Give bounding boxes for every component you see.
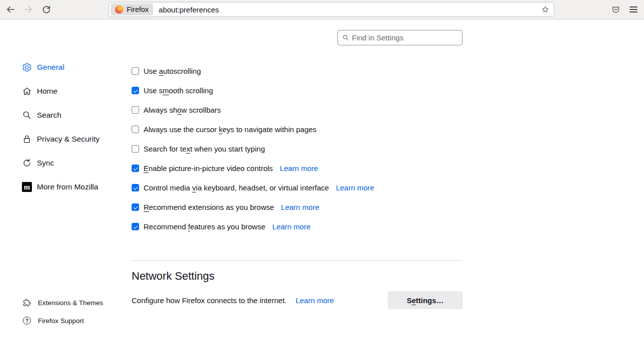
bookmark-button[interactable]	[538, 2, 552, 16]
back-button[interactable]	[3, 2, 17, 16]
lock-icon	[22, 134, 32, 144]
checkbox-label[interactable]: Recommend features as you browse	[144, 222, 265, 231]
learn-more-link[interactable]: Learn more	[336, 183, 374, 192]
identity-pill[interactable]: Firefox	[111, 3, 153, 15]
label-accesskey: m	[162, 86, 169, 95]
pocket-icon	[611, 5, 621, 14]
checkbox[interactable]	[132, 126, 139, 133]
label-accesskey: R	[144, 203, 149, 211]
section-divider	[132, 260, 463, 261]
learn-more-link[interactable]: Learn more	[296, 296, 334, 305]
sidebar-item-label: General	[37, 63, 64, 72]
label-post: ia keyboard, headset, or virtual interfa…	[196, 183, 329, 192]
sidebar-item-privacy-security[interactable]: Privacy & Security	[18, 127, 100, 151]
checkbox[interactable]	[132, 223, 139, 230]
label-accesskey: o	[177, 106, 181, 114]
label-accesskey: a	[159, 67, 163, 75]
label-post: w scrollbars	[181, 106, 221, 114]
sidebar-item-label: Search	[37, 111, 61, 120]
label-post: ooth scrolling	[169, 86, 213, 95]
sidebar-item-general[interactable]: General	[18, 55, 100, 79]
learn-more-link[interactable]: Learn more	[281, 203, 320, 211]
label-post: eatures as you browse	[190, 222, 265, 231]
checkbox[interactable]	[132, 67, 139, 75]
settings-sidebar: General Home Search Privacy & Security S…	[18, 55, 100, 199]
app-menu-button[interactable]	[627, 2, 641, 16]
label-pre: Recommend	[144, 222, 188, 231]
network-settings-heading: Network Settings	[132, 270, 214, 283]
star-icon	[541, 5, 550, 14]
home-icon	[22, 86, 32, 96]
label-pre: Always use the cursor	[144, 125, 219, 134]
learn-more-link[interactable]: Learn more	[272, 222, 311, 231]
sidebar-item-home[interactable]: Home	[18, 79, 100, 103]
checkbox-label[interactable]: Enable picture-in-picture video controls	[144, 164, 273, 173]
checkbox-row-control-media: Control media via keyboard, headset, or …	[132, 178, 463, 197]
checkbox[interactable]	[132, 165, 139, 172]
checkbox-label[interactable]: Use autoscrolling	[144, 67, 201, 75]
pocket-button[interactable]	[609, 2, 623, 16]
sidebar-item-sync[interactable]: Sync	[18, 151, 100, 175]
learn-more-link[interactable]: Learn more	[280, 164, 318, 173]
checkbox[interactable]	[132, 87, 139, 94]
label-pre: Use s	[144, 86, 162, 95]
checkbox-label[interactable]: Recommend extensions as you browse	[144, 203, 274, 211]
checkbox-row-recommend-extensions: Recommend extensions as you browse Learn…	[132, 197, 463, 217]
back-arrow-icon	[5, 4, 15, 14]
checkbox-row-recommend-features: Recommend features as you browse Learn m…	[132, 217, 463, 236]
forward-button[interactable]	[21, 2, 35, 16]
checkbox-row-picture-in-picture: Enable picture-in-picture video controls…	[132, 159, 463, 178]
url-bar[interactable]: Firefox about:preferences	[109, 2, 554, 17]
mozilla-logo-icon: m	[22, 182, 32, 192]
browsing-options-list: Use autoscrolling Use smooth scrolling A…	[132, 61, 463, 236]
identity-label: Firefox	[127, 5, 149, 13]
sidebar-item-label: Sync	[37, 159, 54, 168]
question-mark-icon: ?	[23, 317, 31, 325]
network-settings-button[interactable]: Settings…	[388, 291, 463, 309]
hamburger-icon	[630, 6, 638, 12]
extensions-themes-link[interactable]: Extensions & Themes	[18, 297, 103, 309]
checkbox-label[interactable]: Use smooth scrolling	[144, 86, 213, 95]
browser-toolbar: Firefox about:preferences	[0, 0, 644, 19]
reload-icon	[41, 4, 51, 14]
checkbox-label[interactable]: Always use the cursor keys to navigate w…	[144, 125, 317, 134]
sidebar-item-label: More from Mozilla	[37, 182, 98, 191]
checkbox-row-smooth-scrolling: Use smooth scrolling	[132, 81, 463, 100]
search-icon	[342, 34, 349, 41]
sidebar-footer: Extensions & Themes ? Firefox Support	[18, 297, 103, 333]
find-in-settings-input[interactable]	[349, 30, 462, 45]
footer-link-label: Firefox Support	[38, 317, 84, 325]
label-accesskey: E	[144, 164, 149, 173]
checkbox-label[interactable]: Always show scrollbars	[144, 106, 221, 114]
label-post: t when you start typing	[190, 145, 265, 153]
checkbox-label[interactable]: Control media via keyboard, headset, or …	[144, 183, 329, 192]
label-pre: Use	[144, 67, 159, 75]
label-accesskey: v	[192, 183, 196, 192]
network-settings-row: Configure how Firefox connects to the in…	[132, 291, 463, 309]
button-pre: S	[407, 296, 412, 305]
checkbox-row-cursor-keys: Always use the cursor keys to navigate w…	[132, 120, 463, 139]
button-post: ttings…	[416, 296, 444, 305]
checkbox[interactable]	[132, 145, 139, 153]
label-pre: Control media	[144, 183, 192, 192]
description-text: Configure how Firefox connects to the in…	[132, 296, 287, 305]
checkbox[interactable]	[132, 184, 139, 191]
label-post: utoscrolling	[163, 67, 201, 75]
checkbox-row-show-scrollbars: Always show scrollbars	[132, 100, 463, 120]
checkbox[interactable]	[132, 106, 139, 114]
sidebar-item-search[interactable]: Search	[18, 103, 100, 127]
checkbox-row-search-when-typing: Search for text when you start typing	[132, 139, 463, 159]
label-pre: Always sh	[144, 106, 177, 114]
firefox-support-link[interactable]: ? Firefox Support	[18, 315, 103, 327]
firefox-logo-icon	[115, 5, 123, 13]
button-accesskey: e	[412, 296, 416, 305]
checkbox-row-autoscrolling: Use autoscrolling	[132, 61, 463, 81]
checkbox-label[interactable]: Search for text when you start typing	[144, 145, 265, 153]
sidebar-item-label: Home	[37, 87, 57, 96]
sidebar-item-more-from-mozilla[interactable]: m More from Mozilla	[18, 175, 100, 199]
checkbox[interactable]	[132, 203, 139, 211]
url-text[interactable]: about:preferences	[159, 5, 219, 14]
find-in-settings-box	[337, 30, 463, 45]
puzzle-piece-icon	[23, 299, 31, 307]
reload-button[interactable]	[39, 2, 53, 16]
